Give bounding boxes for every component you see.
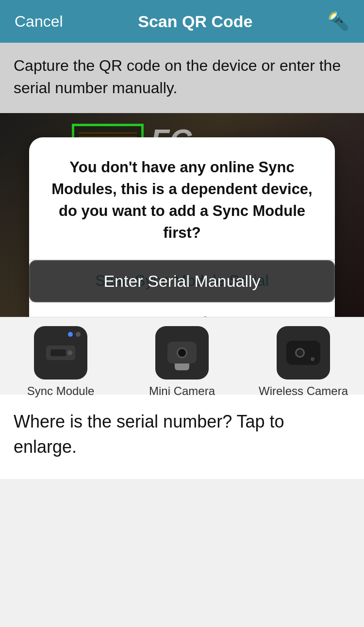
tab-mini-camera[interactable]: Mini Camera [121,326,243,398]
tab-mini-camera-label: Mini Camera [149,384,215,398]
dialog-cancel-button[interactable]: Cancel [29,302,335,317]
led-gray [76,332,81,337]
info-bar: Capture the QR code on the device or ent… [0,43,364,113]
sync-module-icon-box [34,326,87,380]
bottom-info[interactable]: Where is the serial number? Tap to enlar… [0,395,364,479]
dialog-message: You don't have any online Sync Modules, … [45,157,319,244]
svg-rect-1 [50,349,66,356]
device-tabs: Sync Module Mini Camera Wireless Camera [0,317,364,395]
instruction-text: Capture the QR code on the device or ent… [14,54,350,99]
dialog-body: You don't have any online Sync Modules, … [29,137,335,260]
wireless-camera-icon-box [277,326,330,380]
wireless-cam-lens [295,348,305,358]
tab-wireless-camera[interactable]: Wireless Camera [243,326,364,398]
led-blue [68,332,73,337]
enter-serial-button[interactable]: Enter Serial Manually [29,260,335,302]
page-title: Scan QR Code [138,12,252,31]
wireless-cam-led [311,357,314,361]
tab-wireless-camera-label: Wireless Camera [259,384,348,398]
sync-module-leds [68,332,81,337]
flashlight-icon[interactable]: 🔦 [328,11,349,32]
tab-sync-module[interactable]: Sync Module [0,326,121,398]
wireless-cam-body [286,341,320,365]
nav-bar: Cancel Scan QR Code 🔦 [0,0,364,43]
mini-cam-stand [175,363,189,370]
enter-serial-container: Enter Serial Manually [29,260,335,302]
svg-point-2 [67,350,72,355]
camera-viewfinder: FC Model You don't have any online Sync … [0,113,364,317]
cancel-button[interactable]: Cancel [15,13,63,31]
mini-cam-body [167,342,197,363]
mini-cam-lens [177,347,187,358]
serial-help-text: Where is the serial number? Tap to enlar… [14,409,350,460]
sync-module-svg [44,341,78,365]
mini-camera-icon-box [155,326,209,380]
tab-sync-module-label: Sync Module [27,384,95,398]
